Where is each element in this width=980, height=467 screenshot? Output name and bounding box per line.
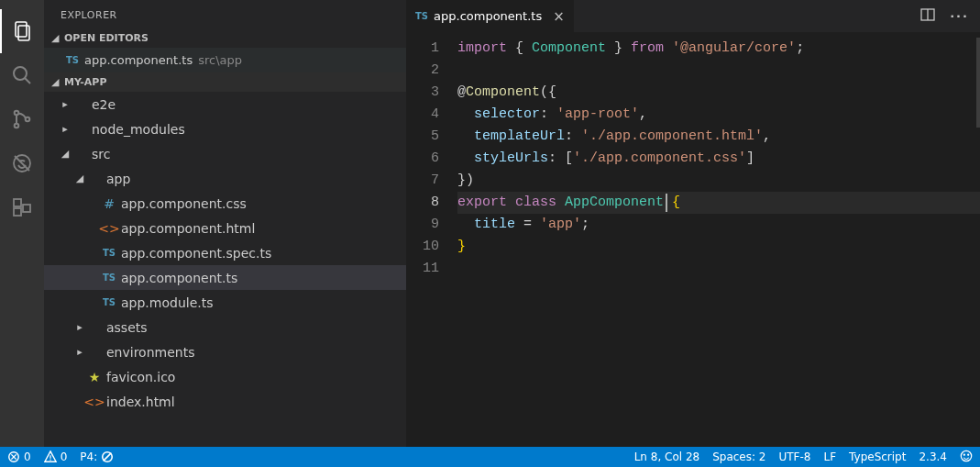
ts-icon: TS [415, 11, 428, 21]
code-line: templateUrl: './app.component.html', [457, 126, 980, 148]
activity-scm-icon[interactable] [0, 97, 44, 141]
status-spaces[interactable]: Spaces: 2 [712, 450, 765, 463]
activity-search-icon[interactable] [0, 53, 44, 97]
activity-explorer-icon[interactable] [0, 9, 44, 53]
css-icon: # [101, 196, 117, 211]
status-bar: 0 0 P4: Ln 8, Col 28 Spaces: 2 UTF-8 LF … [0, 447, 980, 467]
tree-item-label: app.module.ts [121, 295, 214, 310]
code-line [457, 60, 980, 82]
tree-folder[interactable]: ▸environments [44, 339, 406, 364]
code-line: import { Component } from '@angular/core… [457, 38, 980, 60]
explorer-title: EXPLORER [44, 0, 406, 28]
tree-folder[interactable]: ◢app [44, 166, 406, 191]
tree-item-label: index.html [106, 395, 175, 409]
tree-item-label: app.component.css [121, 196, 247, 211]
open-editor-name: app.component.ts [84, 53, 193, 67]
tree-item-label: favicon.ico [106, 370, 175, 384]
svg-line-19 [104, 453, 112, 461]
svg-line-3 [25, 78, 30, 83]
tree-folder[interactable]: ▸assets [44, 315, 406, 339]
svg-point-5 [15, 124, 19, 128]
more-icon[interactable]: ··· [950, 9, 969, 23]
open-editor-item[interactable]: TS app.component.ts src\app [44, 48, 406, 72]
svg-point-4 [15, 111, 19, 116]
tree-file[interactable]: TSapp.component.ts [44, 265, 406, 290]
code-line: title = 'app'; [457, 214, 980, 236]
svg-rect-0 [16, 22, 27, 37]
tree-file[interactable]: <>app.component.html [44, 216, 406, 240]
editor-actions: ··· [909, 0, 980, 32]
explorer-sidebar: EXPLORER ◢ OPEN EDITORS TS app.component… [44, 0, 406, 447]
chevron-down-icon: ◢ [73, 172, 86, 184]
status-errors[interactable]: 0 [7, 450, 31, 463]
code-line: }) [457, 170, 980, 192]
ts-icon: TS [101, 272, 117, 283]
chevron-down-icon: ◢ [51, 32, 64, 44]
editor-tab[interactable]: TS app.component.ts × [406, 0, 575, 32]
open-editors-label: OPEN EDITORS [64, 32, 149, 44]
svg-rect-9 [14, 208, 21, 216]
code-line: @Component({ [457, 82, 980, 104]
status-feedback-icon[interactable] [960, 450, 973, 465]
html-icon: <> [101, 221, 117, 236]
star-icon: ★ [86, 370, 103, 384]
tab-bar: TS app.component.ts × ··· [406, 0, 980, 32]
tree-item-label: app [106, 172, 130, 186]
overview-ruler[interactable] [976, 38, 980, 128]
tree-file[interactable]: <>index.html [44, 389, 406, 414]
status-position[interactable]: Ln 8, Col 28 [634, 450, 700, 463]
status-language[interactable]: TypeScript [849, 450, 906, 463]
svg-rect-1 [18, 26, 29, 40]
svg-point-22 [968, 454, 969, 455]
split-editor-icon[interactable] [920, 7, 935, 25]
svg-point-2 [14, 67, 27, 80]
project-label: MY-APP [64, 76, 107, 88]
svg-rect-8 [14, 199, 21, 206]
code-line: styleUrls: ['./app.component.css'] [457, 148, 980, 170]
line-gutter: 1234567891011 [406, 38, 457, 447]
ts-icon: TS [101, 248, 117, 258]
close-icon[interactable]: × [553, 8, 565, 25]
svg-point-21 [963, 454, 964, 455]
svg-rect-16 [50, 455, 50, 459]
tree-file[interactable]: TSapp.component.spec.ts [44, 240, 406, 265]
code-line [457, 258, 980, 280]
svg-rect-17 [50, 460, 50, 461]
tree-file[interactable]: TSapp.module.ts [44, 290, 406, 315]
ts-icon: TS [101, 297, 117, 307]
tree-item-label: src [92, 147, 110, 161]
chevron-down-icon: ◢ [51, 76, 64, 88]
chevron-right-icon: ▸ [73, 321, 86, 333]
code-editor[interactable]: 1234567891011 import { Component } from … [406, 32, 980, 447]
tree-item-label: app.component.html [121, 221, 255, 236]
text-cursor [666, 194, 667, 212]
tree-folder[interactable]: ◢src [44, 141, 406, 166]
status-port[interactable]: P4: [80, 450, 114, 463]
chevron-right-icon: ▸ [59, 123, 72, 135]
tree-item-label: assets [106, 320, 148, 335]
activity-debug-icon[interactable] [0, 141, 44, 185]
svg-rect-10 [23, 205, 30, 212]
tree-item-label: app.component.ts [121, 271, 237, 285]
tree-file[interactable]: #app.component.css [44, 191, 406, 216]
tree-item-label: environments [106, 345, 194, 360]
activity-bar [0, 0, 44, 447]
open-editors-header[interactable]: ◢ OPEN EDITORS [44, 28, 406, 48]
project-header[interactable]: ◢ MY-APP [44, 72, 406, 92]
status-warnings[interactable]: 0 [44, 450, 68, 463]
status-encoding[interactable]: UTF-8 [779, 450, 811, 463]
tree-folder[interactable]: ▸e2e [44, 92, 406, 117]
tree-item-label: e2e [92, 97, 116, 112]
status-eol[interactable]: LF [823, 450, 836, 463]
tree-folder[interactable]: ▸node_modules [44, 117, 406, 141]
editor-area: TS app.component.ts × ··· 1234567891011 … [406, 0, 980, 447]
tree-item-label: node_modules [92, 122, 185, 137]
code-line: } [457, 236, 980, 258]
code-line: export class AppComponent { [457, 192, 980, 214]
activity-extensions-icon[interactable] [0, 185, 44, 229]
chevron-down-icon: ◢ [59, 148, 72, 160]
tree-file[interactable]: ★favicon.ico [44, 364, 406, 389]
chevron-right-icon: ▸ [73, 346, 86, 358]
status-version[interactable]: 2.3.4 [919, 450, 947, 463]
chevron-right-icon: ▸ [59, 98, 72, 110]
